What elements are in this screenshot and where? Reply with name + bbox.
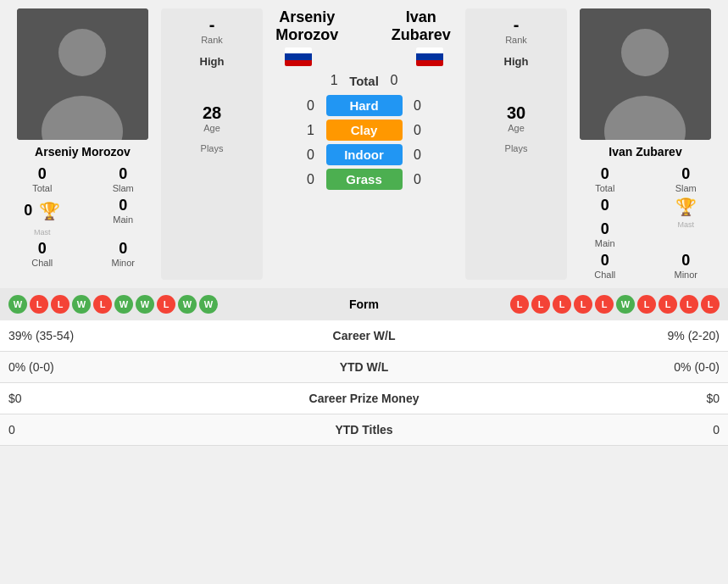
ytd-wl-p1: 0% (0-0): [8, 360, 280, 374]
player1-form-badge: W: [199, 295, 218, 314]
hard-badge: Hard: [326, 95, 403, 116]
player1-form-badge: W: [178, 295, 197, 314]
career-wl-label: Career W/L: [280, 329, 449, 342]
prize-p1: $0: [8, 392, 280, 405]
ytd-wl-p2: 0% (0-0): [449, 360, 720, 374]
player1-form: WLLWLWWLWW: [8, 295, 293, 314]
player2-form-badge: L: [531, 295, 550, 314]
player1-form-badge: W: [8, 295, 27, 314]
player1-trophy-icon: 🏆: [39, 201, 60, 221]
player1-high-label: High: [164, 55, 259, 68]
player1-chall-value: 0: [8, 240, 76, 258]
ytd-wl-label: YTD W/L: [280, 360, 449, 374]
player2-form-badge: L: [701, 295, 720, 314]
career-wl-p2: 9% (2-20): [449, 329, 720, 342]
player2-slam-value: 0: [653, 165, 720, 183]
player1-mast-label: Mast: [8, 228, 76, 236]
player1-form-badge: W: [114, 295, 133, 314]
titles-row: 0 YTD Titles 0: [0, 414, 728, 446]
player1-main-label: Main: [90, 214, 158, 225]
clay-badge: Clay: [326, 120, 403, 141]
indoor-p2-score: 0: [409, 147, 426, 163]
player2-total-value: 0: [571, 165, 639, 183]
indoor-p1-score: 0: [303, 147, 320, 163]
player1-form-badge: L: [30, 295, 48, 314]
player1-plays-label: Plays: [164, 143, 259, 153]
player2-avatar: [580, 8, 711, 140]
player1-stats-card: - Rank High 28 Age Plays: [161, 8, 263, 280]
player1-rank-label: Rank: [164, 35, 259, 45]
total-label: Total: [349, 74, 379, 88]
player2-form-badge: L: [637, 295, 656, 314]
career-wl-row: 39% (35-54) Career W/L 9% (2-20): [0, 320, 728, 352]
hard-p1-score: 0: [303, 98, 320, 114]
player2-name: Ivan Zubarev: [609, 145, 681, 159]
player1-total-label: Total: [8, 183, 76, 193]
player1-name-center: Arseniy Morozov: [267, 8, 347, 44]
player2-trophy-icon: 🏆: [675, 197, 697, 216]
player2-chall-value: 0: [571, 252, 639, 270]
player1-main-value: 0: [90, 197, 158, 214]
player2-name-center: Ivan Zubarev: [381, 8, 462, 44]
total-p1-score: 1: [325, 73, 342, 88]
player1-minor-label: Minor: [90, 258, 158, 268]
prize-p2: $0: [449, 392, 720, 405]
player2-form-badge: L: [510, 295, 529, 314]
hard-row: 0 Hard 0: [267, 95, 461, 116]
form-label: Form: [297, 298, 432, 311]
player1-total-value: 0: [8, 165, 76, 183]
career-wl-p1: 39% (35-54): [8, 329, 280, 342]
player1-form-badge: L: [93, 295, 112, 314]
grass-p2-score: 0: [409, 172, 426, 187]
player2-age-label: Age: [469, 123, 564, 133]
hard-p2-score: 0: [409, 98, 426, 114]
player1-mast-value: 0: [24, 202, 32, 220]
grass-p1-score: 0: [303, 172, 320, 187]
player1-stats: 0 Total 0 Slam 0 🏆 0 Main Mast 0 Chall: [8, 165, 157, 268]
player2-stats-card: - Rank High 30 Age Plays: [465, 8, 567, 280]
player1-slam-label: Slam: [90, 183, 158, 193]
player1-form-badge: L: [51, 295, 69, 314]
player2-main-value2: 0: [571, 220, 639, 238]
player2-rank-item: - Rank: [469, 15, 564, 45]
player1-minor-value: 0: [90, 240, 158, 258]
player2-stats: 0 Total 0 Slam 0 🏆 0 Main Mast 0 Ch: [571, 165, 720, 280]
titles-label: YTD Titles: [280, 423, 449, 437]
player2-age-item: 30 Age: [469, 103, 564, 133]
player1-form-badge: L: [157, 295, 175, 314]
player2-rank-value: -: [469, 15, 564, 35]
player-names-row: Arseniy Morozov Ivan Zubarev: [267, 8, 461, 44]
player1-form-badge: W: [136, 295, 154, 314]
grass-badge: Grass: [326, 169, 403, 190]
titles-p2: 0: [449, 423, 720, 437]
player1-rank-item: - Rank: [164, 15, 259, 45]
clay-p2-score: 0: [409, 123, 426, 138]
player2-form-badge: L: [553, 295, 571, 314]
player1-avatar: [17, 8, 148, 140]
player2-plays-label: Plays: [469, 143, 564, 153]
player1-age-item: 28 Age: [164, 103, 259, 133]
player1-high-item: High: [164, 55, 259, 93]
player2-rank-label: Rank: [469, 35, 564, 45]
player2-mast-value: 0: [571, 197, 639, 214]
player2-age-value: 30: [469, 103, 564, 123]
player1-plays-item: Plays: [164, 143, 259, 153]
bottom-stats: 39% (35-54) Career W/L 9% (2-20) 0% (0-0…: [0, 320, 728, 446]
player2-high-label: High: [469, 55, 564, 68]
total-p2-score: 0: [386, 73, 403, 88]
player2-chall-label: Chall: [571, 270, 639, 280]
player1-panel: Arseniy Morozov 0 Total 0 Slam 0 🏆 0 Mai…: [8, 8, 157, 280]
clay-row: 1 Clay 0: [267, 120, 461, 141]
player2-form: LLLLLWLLLL: [436, 295, 720, 314]
flags-row: [267, 47, 461, 66]
player1-slam-value: 0: [90, 165, 158, 183]
player2-minor-label: Minor: [653, 270, 720, 280]
player2-form-badge: L: [659, 295, 677, 314]
player2-plays-item: Plays: [469, 143, 564, 153]
svg-point-1: [58, 29, 106, 76]
player1-flag: [285, 47, 312, 66]
player1-age-label: Age: [164, 123, 259, 133]
titles-p1: 0: [8, 423, 280, 437]
player1-chall-label: Chall: [8, 258, 76, 268]
player2-form-badge: L: [680, 295, 698, 314]
